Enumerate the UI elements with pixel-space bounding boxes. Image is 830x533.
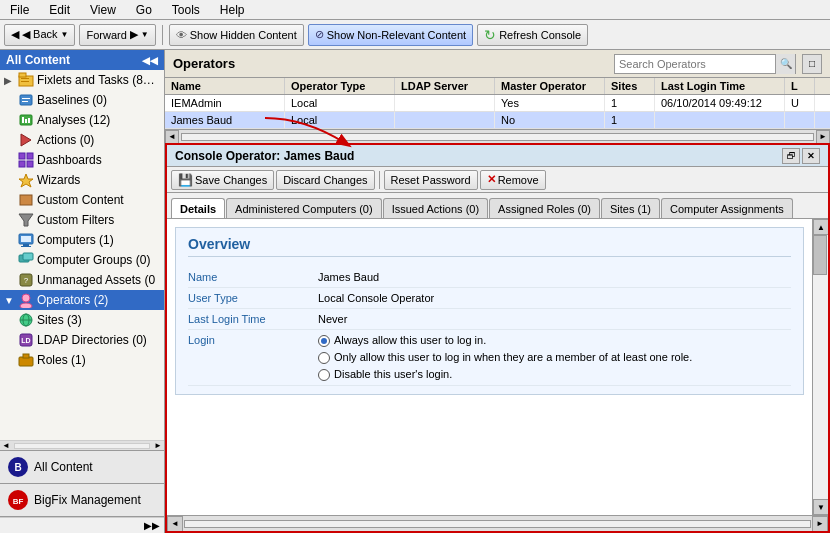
login-option-member[interactable]: Only allow this user to log in when they…	[318, 351, 791, 364]
sidebar-scroll-left[interactable]: ◄	[0, 441, 12, 450]
all-content-nav-btn[interactable]: B All Content	[0, 451, 164, 484]
dashboards-icon	[18, 152, 34, 168]
menu-view[interactable]: View	[84, 2, 122, 18]
col-l-header[interactable]: L	[785, 78, 815, 94]
login-disable-radio[interactable]	[318, 369, 330, 381]
login-member-radio[interactable]	[318, 352, 330, 364]
tab-issued-actions[interactable]: Issued Actions (0)	[383, 198, 488, 218]
sidebar-collapse-btn[interactable]: ◀◀	[142, 55, 158, 66]
svg-rect-21	[21, 236, 31, 242]
sidebar-item-analyses[interactable]: Analyses (12)	[0, 110, 164, 130]
vscroll-thumb[interactable]	[813, 235, 827, 275]
overview-lastlogin-row: Last Login Time Never	[188, 309, 791, 330]
refresh-button[interactable]: ↻ Refresh Console	[477, 24, 588, 46]
sidebar-scroll-right[interactable]: ►	[152, 441, 164, 450]
detail-panel-title: Console Operator: James Baud	[175, 149, 354, 163]
col-name-header[interactable]: Name	[165, 78, 285, 94]
col-sites-header[interactable]: Sites	[605, 78, 655, 94]
remove-button[interactable]: ✕ Remove	[480, 170, 546, 190]
svg-rect-5	[22, 98, 30, 99]
sidebar-item-computers[interactable]: Computers (1)	[0, 230, 164, 250]
sidebar-item-fixlets[interactable]: ▶ Fixlets and Tasks (881)	[0, 70, 164, 90]
table-row[interactable]: IEMAdmin Local Yes 1 06/10/2014 09:49:12…	[165, 95, 830, 112]
show-hidden-icon: 👁	[176, 29, 187, 41]
discard-changes-label: Discard Changes	[283, 174, 367, 186]
discard-changes-button[interactable]: Discard Changes	[276, 170, 374, 190]
sidebar-scroll: ◄ ►	[0, 440, 164, 450]
sidebar-item-operators[interactable]: ▼ Operators (2)	[0, 290, 164, 310]
login-option-always[interactable]: Always allow this user to log in.	[318, 334, 791, 347]
svg-point-27	[20, 303, 32, 308]
panel-window-icon[interactable]: □	[802, 54, 822, 74]
sidebar-item-baselines[interactable]: Baselines (0)	[0, 90, 164, 110]
svg-rect-15	[27, 161, 33, 167]
col-master-header[interactable]: Master Operator	[495, 78, 605, 94]
login-always-radio[interactable]	[318, 335, 330, 347]
login-disable-label: Disable this user's login.	[334, 368, 452, 380]
show-hidden-label: Show Hidden Content	[190, 29, 297, 41]
menu-go[interactable]: Go	[130, 2, 158, 18]
show-hidden-button[interactable]: 👁 Show Hidden Content	[169, 24, 304, 46]
forward-button[interactable]: Forward ▶ ▼	[79, 24, 155, 46]
sidebar-item-sites[interactable]: Sites (3)	[0, 310, 164, 330]
detail-panel-header: Console Operator: James Baud 🗗 ✕	[167, 145, 828, 167]
bigfix-nav-label: BigFix Management	[34, 493, 141, 507]
svg-rect-4	[20, 95, 32, 105]
sidebar-item-unmanaged[interactable]: ? Unmanaged Assets (0	[0, 270, 164, 290]
menu-bar: File Edit View Go Tools Help	[0, 0, 830, 20]
back-dropdown-icon: ▼	[61, 30, 69, 39]
col-operator-type-header[interactable]: Operator Type	[285, 78, 395, 94]
table-scroll-right[interactable]: ►	[816, 130, 830, 144]
tab-details[interactable]: Details	[171, 198, 225, 218]
ldap-label: LDAP Directories (0)	[37, 333, 147, 347]
sidebar-item-actions[interactable]: Actions (0)	[0, 130, 164, 150]
login-always-label: Always allow this user to log in.	[334, 334, 486, 346]
sidebar-item-wizards[interactable]: Wizards	[0, 170, 164, 190]
svg-rect-16	[20, 195, 32, 205]
menu-help[interactable]: Help	[214, 2, 251, 18]
operators-panel-header: Operators 🔍 □	[165, 50, 830, 78]
bigfix-nav-btn[interactable]: BF BigFix Management	[0, 484, 164, 517]
sidebar-expand-btn[interactable]: ▶▶	[0, 517, 164, 533]
table-scroll-left[interactable]: ◄	[165, 130, 179, 144]
detail-header-icons: 🗗 ✕	[782, 148, 820, 164]
svg-rect-34	[23, 354, 29, 358]
reset-password-button[interactable]: Reset Password	[384, 170, 478, 190]
col-ldap-header[interactable]: LDAP Server	[395, 78, 495, 94]
search-operators-input[interactable]	[615, 55, 775, 73]
tab-administered-computers[interactable]: Administered Computers (0)	[226, 198, 382, 218]
hscroll-left[interactable]: ◄	[167, 516, 183, 532]
tab-sites[interactable]: Sites (1)	[601, 198, 660, 218]
sidebar-item-roles[interactable]: Roles (1)	[0, 350, 164, 370]
menu-file[interactable]: File	[4, 2, 35, 18]
panel-window-icon-glyph: □	[809, 58, 815, 69]
svg-rect-9	[25, 119, 27, 123]
menu-tools[interactable]: Tools	[166, 2, 206, 18]
actions-label: Actions (0)	[37, 133, 94, 147]
sidebar-item-computer-groups[interactable]: Computer Groups (0)	[0, 250, 164, 270]
row1-sites: 1	[605, 112, 655, 128]
sidebar: All Content ◀◀ ▶ Fixlets and Tasks (881)	[0, 50, 165, 533]
table-body: IEMAdmin Local Yes 1 06/10/2014 09:49:12…	[165, 95, 830, 129]
show-nonrelevant-button[interactable]: ⊘ Show Non-Relevant Content	[308, 24, 473, 46]
detail-close-btn[interactable]: ✕	[802, 148, 820, 164]
back-button[interactable]: ◀ ◀ Back ▼	[4, 24, 75, 46]
tab-assigned-roles[interactable]: Assigned Roles (0)	[489, 198, 600, 218]
hscroll-right[interactable]: ►	[812, 516, 828, 532]
vscroll-down[interactable]: ▼	[813, 499, 828, 515]
menu-edit[interactable]: Edit	[43, 2, 76, 18]
sidebar-item-custom-content[interactable]: Custom Content	[0, 190, 164, 210]
login-option-disable[interactable]: Disable this user's login.	[318, 368, 791, 381]
col-lastlogin-header[interactable]: Last Login Time	[655, 78, 785, 94]
tab-computer-assignments[interactable]: Computer Assignments	[661, 198, 793, 218]
table-row[interactable]: James Baud Local No 1	[165, 112, 830, 129]
detail-restore-btn[interactable]: 🗗	[782, 148, 800, 164]
search-operators-button[interactable]: 🔍	[775, 54, 795, 74]
ldap-icon: LD	[18, 332, 34, 348]
vscroll-up[interactable]: ▲	[813, 219, 828, 235]
save-changes-button[interactable]: 💾 Save Changes	[171, 170, 274, 190]
sidebar-item-ldap[interactable]: LD LDAP Directories (0)	[0, 330, 164, 350]
sidebar-item-custom-filters[interactable]: Custom Filters	[0, 210, 164, 230]
svg-text:BF: BF	[13, 497, 24, 506]
sidebar-item-dashboards[interactable]: Dashboards	[0, 150, 164, 170]
